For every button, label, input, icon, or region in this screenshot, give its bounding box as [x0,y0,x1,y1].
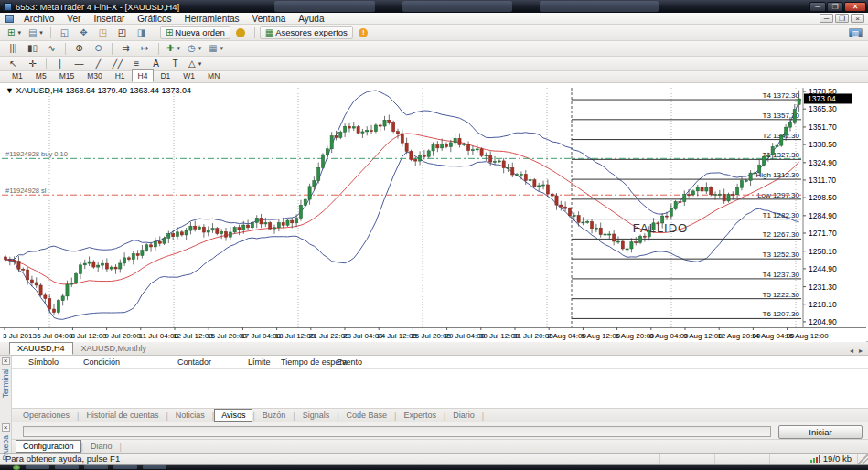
tab-scroll-left-icon[interactable]: ◂ [850,347,853,355]
menu-item-archivo[interactable]: Archivo [17,14,60,24]
market-watch-button[interactable]: ◱ [56,26,73,39]
start-button[interactable]: Iniciar [778,425,863,439]
chart-tab-xauusdmonthly[interactable]: XAUUSD,Monthly [73,342,155,355]
tab-separator: | [119,443,121,453]
tester-tab-diario[interactable]: Diario [83,440,120,453]
timeframe-w1[interactable]: W1 [177,69,201,82]
windows-taskbar[interactable] [0,465,868,470]
terminal-tab-historialdecuentas[interactable]: Historial de cuentas [79,409,166,422]
menu-item-ayuda[interactable]: Ayuda [292,14,330,24]
candle-body [388,120,391,122]
tester-tab-configuracin[interactable]: Configuración [16,440,81,453]
terminal-tab-buzn[interactable]: Buzón [255,409,294,422]
menu-item-ver[interactable]: Ver [60,14,87,24]
terminal-tab-codebase[interactable]: Code Base [339,409,395,422]
child-restore-button[interactable]: ❐ [835,14,849,23]
trendline-button[interactable]: ╱ [90,57,107,70]
text-button[interactable]: A [147,57,165,70]
timeframe-h1[interactable]: H1 [109,69,132,82]
close-button[interactable]: ✕ [844,2,866,12]
crosshair-button[interactable]: ✛ [24,57,41,70]
candle-body [520,174,522,175]
terminal-body[interactable] [12,369,868,408]
fibonacci-button[interactable]: ≡ [128,57,145,70]
terminal-tab-diario[interactable]: Diario [445,409,482,422]
timeframe-h4[interactable]: H4 [132,69,155,82]
terminal-tab-operaciones[interactable]: Operaciones [16,409,77,422]
menu-item-insertar[interactable]: Insertar [87,14,131,24]
candle-body [458,138,461,144]
autotrading-lock-icon[interactable] [232,26,250,39]
timeframe-m1[interactable]: M1 [5,69,29,82]
data-window-button[interactable]: ✥ [75,26,92,39]
candlestick-button[interactable]: ▮▯ [24,42,41,56]
minimize-button[interactable]: ─ [809,2,826,12]
chart-system-icon[interactable] [5,15,14,23]
menu-item-grficos[interactable]: Gráficos [131,14,177,24]
terminal-close-icon[interactable]: × [2,357,10,365]
line-chart-button[interactable]: ∿ [43,42,60,56]
templates-button[interactable]: ▦▾ [206,42,226,56]
horizontal-line-button[interactable]: — [70,57,88,70]
resize-grip[interactable] [858,454,868,464]
chart-annotation-fallido[interactable]: FALLIDO [633,221,688,235]
profiles-button[interactable]: ▤▾ [26,26,46,39]
tab-scroll-right-icon[interactable]: ▸ [859,347,863,355]
warning-icon[interactable]: ! [355,26,372,39]
candle-body [61,296,64,301]
candle-body [613,234,616,241]
timeframe-m30[interactable]: M30 [80,69,109,82]
terminal-tab-expertos[interactable]: Expertos [396,409,444,422]
terminal-tab-noticias[interactable]: Noticias [168,409,212,422]
timeframe-mn[interactable]: MN [201,69,226,82]
candle-body [264,223,267,224]
terminal-tab-avisos[interactable]: Avisos [214,409,252,422]
price-chart[interactable]: T4 1372.30T3 1357.30T2 1342.30T1 1327.30… [0,83,866,342]
menu-item-herramientas[interactable]: Herramientas [178,14,246,24]
new-order-button[interactable]: ⊞Nueva orden [160,26,230,39]
child-close-button[interactable]: × [851,14,864,23]
cursor-button[interactable]: ↖ [5,57,22,70]
candle-body [688,195,691,196]
timeframe-m5[interactable]: M5 [29,69,53,82]
terminal-tab-signals[interactable]: Signals [295,409,338,422]
chevron-down-icon: ▾ [17,29,21,37]
label-button[interactable]: T [166,57,184,70]
periods-button[interactable]: ◷▾ [185,42,204,56]
menu-item-ventana[interactable]: Ventana [246,14,293,24]
maximize-button[interactable]: ❐ [827,2,843,12]
zoom-out-button[interactable]: ⊖ [90,42,107,56]
new-order-button-label: Nueva orden [175,27,224,37]
candle-body [304,199,306,205]
candle-body [713,194,716,195]
candle-body [679,202,681,203]
indicators-button[interactable]: ✚▾ [164,42,183,56]
start-orb-icon[interactable] [13,465,20,470]
metatrader-window: 6553: MetaTrader 4 FinFX - [XAUUSD,H4] ─… [0,0,868,470]
expert-advisors-button[interactable]: ▦Asesores expertos [260,26,353,39]
auto-scroll-button[interactable]: ⇉ [117,42,134,56]
text-icon: A [153,59,159,69]
new-chart-button[interactable]: ⊞▾ [5,26,24,39]
candle-body [105,263,108,269]
navigator-button[interactable]: ◳ [94,26,112,39]
candle-body [180,232,183,235]
timeframe-m15[interactable]: M15 [53,69,81,82]
panel-icon[interactable]: ▥ [849,28,863,37]
timeframe-d1[interactable]: D1 [154,69,177,82]
chart-tab-xauusdh4[interactable]: XAUUSD,H4 [9,342,73,355]
chart-shift-button[interactable]: ↦ [136,42,154,56]
bar-chart-button[interactable]: ||| [5,42,22,56]
chart-area[interactable]: ▼ XAUUSD,H4 1368.64 1379.49 1363.44 1373… [0,83,868,342]
terminal-button[interactable]: ◰ [113,26,131,39]
zoom-in-button[interactable]: ⊕ [70,42,88,56]
shapes-button[interactable]: △▾ [186,57,204,70]
strategy-tester-button[interactable]: ◨ [133,26,150,39]
vertical-line-button[interactable]: | [51,57,69,70]
channel-button[interactable]: ╱╱ [109,57,126,70]
title-bar[interactable]: 6553: MetaTrader 4 FinFX - [XAUUSD,H4] ─… [0,0,868,13]
candle-body [330,136,333,149]
tester-close-icon[interactable]: × [2,423,10,432]
candle-body [101,263,103,265]
child-minimize-button[interactable]: ─ [820,14,833,23]
